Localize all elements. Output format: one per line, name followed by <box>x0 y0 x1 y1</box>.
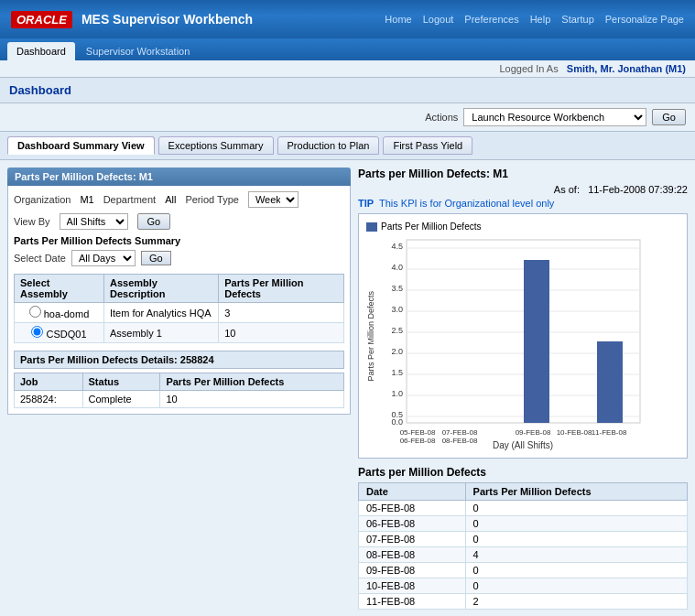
table-row: hoa-domd Item for Analytics HQA 3 <box>15 303 344 323</box>
radio-cell-2[interactable]: CSDQ01 <box>15 323 104 343</box>
page-title: Dashboard <box>0 78 695 103</box>
main-content: Parts Per Million Defects: M1 Organizati… <box>0 160 695 616</box>
table-row: 05-FEB-08 0 <box>359 501 688 516</box>
bottom-table: Date Parts Per Million Defects 05-FEB-08… <box>358 482 688 610</box>
tip-row: TIP This KPI is for Organizational level… <box>358 198 688 209</box>
bottom-table-title: Parts per Million Defects <box>358 466 688 479</box>
left-panel-body: Organization M1 Department All Period Ty… <box>7 186 351 415</box>
assembly-id-2: CSDQ01 <box>46 329 86 340</box>
bottom-defects: 0 <box>465 501 687 516</box>
svg-text:3.5: 3.5 <box>391 284 403 293</box>
table-row: 09-FEB-08 0 <box>359 563 688 578</box>
nav-logout[interactable]: Logout <box>423 14 454 25</box>
table-row: 11-FEB-08 2 <box>359 594 688 610</box>
view-by-label: View By <box>14 216 50 227</box>
sub-tab-production[interactable]: Production to Plan <box>277 136 380 155</box>
legend-box <box>366 222 377 232</box>
logged-in-bar: Logged In As Smith, Mr. Jonathan (M1) <box>0 60 695 78</box>
col-job: Job <box>15 373 83 391</box>
nav-help[interactable]: Help <box>530 14 551 25</box>
svg-text:4.5: 4.5 <box>391 242 403 251</box>
sub-tab-dashboard-summary[interactable]: Dashboard Summary View <box>7 136 155 155</box>
assembly-defects-2: 10 <box>219 323 344 343</box>
tip-text: This KPI is for Organizational level onl… <box>379 198 554 209</box>
chart-container: Parts Per Million Defects Parts Per Mill… <box>358 213 688 459</box>
assembly-desc-2: Assembly 1 <box>103 323 218 343</box>
sub-tab-first-pass[interactable]: First Pass Yield <box>383 136 472 155</box>
col-details-defects: Parts Per Million Defects <box>160 373 344 391</box>
nav-startup[interactable]: Startup <box>561 14 593 25</box>
table-row: 08-FEB-08 4 <box>359 547 688 563</box>
assembly-id-1: hoa-domd <box>44 308 90 319</box>
details-id: 258824 <box>180 354 214 365</box>
bottom-defects: 4 <box>465 547 687 563</box>
summary-title: Parts Per Million Defects Summary <box>14 235 344 246</box>
assembly-table: Select Assembly Assembly Description Par… <box>14 274 344 343</box>
svg-text:1.0: 1.0 <box>391 389 403 398</box>
bottom-date: 07-FEB-08 <box>359 532 466 547</box>
period-label: Period Type <box>185 194 239 205</box>
nav-home[interactable]: Home <box>385 14 411 25</box>
logged-in-user: Smith, Mr. Jonathan (M1) <box>567 63 686 74</box>
details-table: Job Status Parts Per Million Defects 258… <box>14 373 344 408</box>
actions-go-button[interactable]: Go <box>652 109 686 125</box>
radio-assembly-2[interactable] <box>31 326 43 338</box>
chart-wrapper: Parts Per Million Defects 4.5 4.0 3.5 3.… <box>366 235 679 437</box>
legend-label: Parts Per Million Defects <box>381 222 481 232</box>
bottom-defects: 2 <box>465 594 687 610</box>
nav-preferences[interactable]: Preferences <box>464 14 518 25</box>
bottom-date: 06-FEB-08 <box>359 516 466 532</box>
svg-text:0.0: 0.0 <box>391 417 403 427</box>
select-date-select[interactable]: All Days <box>71 250 136 266</box>
svg-text:2.0: 2.0 <box>391 347 403 356</box>
svg-text:10-FEB-08: 10-FEB-08 <box>557 428 592 437</box>
col-select-assembly: Select Assembly <box>15 275 104 303</box>
assembly-desc-1: Item for Analytics HQA <box>103 303 218 323</box>
svg-text:06-FEB-08: 06-FEB-08 <box>400 437 436 445</box>
dept-value: All <box>165 194 176 205</box>
dept-label: Department <box>103 194 156 205</box>
bar-11feb <box>597 341 623 423</box>
date-go-button[interactable]: Go <box>141 251 171 265</box>
header-nav: Home Logout Preferences Help Startup Per… <box>385 14 684 25</box>
left-panel: Parts Per Million Defects: M1 Organizati… <box>7 168 351 610</box>
tip-label: TIP <box>358 198 374 209</box>
svg-text:3.0: 3.0 <box>391 305 403 314</box>
tab-dashboard[interactable]: Dashboard <box>7 42 75 60</box>
logged-in-label: Logged In As <box>499 63 558 74</box>
tab-supervisor-workstation[interactable]: Supervisor Workstation <box>77 42 200 60</box>
filter-go-button[interactable]: Go <box>137 213 171 230</box>
bottom-defects: 0 <box>465 516 687 532</box>
select-date-label: Select Date <box>14 253 66 264</box>
table-row: 258824: Complete 10 <box>15 391 344 408</box>
as-of-value: 11-Feb-2008 07:39:22 <box>588 184 688 195</box>
date-row: Select Date All Days Go <box>14 250 344 266</box>
filter-row: Organization M1 Department All Period Ty… <box>14 191 344 208</box>
sub-tab-exceptions[interactable]: Exceptions Summary <box>158 136 274 155</box>
right-panel: Parts per Million Defects: M1 As of: 11-… <box>358 168 688 610</box>
table-row: 06-FEB-08 0 <box>359 516 688 532</box>
view-by-select[interactable]: All Shifts <box>60 213 128 230</box>
radio-cell-1[interactable]: hoa-domd <box>15 303 104 323</box>
bottom-date: 09-FEB-08 <box>359 563 466 578</box>
detail-status: Complete <box>82 391 160 408</box>
sub-tabs: Dashboard Summary View Exceptions Summar… <box>0 132 695 160</box>
org-value: M1 <box>80 194 93 205</box>
bottom-defects: 0 <box>465 563 687 578</box>
chart-svg: 4.5 4.0 3.5 3.0 2.5 2.0 1.5 1.0 0.5 0.0 <box>377 235 652 437</box>
svg-text:08-FEB-08: 08-FEB-08 <box>442 437 478 445</box>
period-select[interactable]: Week <box>248 191 299 208</box>
actions-select[interactable]: Launch Resource Workbench <box>463 108 646 126</box>
left-panel-title: Parts Per Million Defects: M1 <box>7 168 351 186</box>
bar-09feb <box>524 260 549 423</box>
as-of-label: As of: <box>554 184 580 195</box>
app-title: MES Supervisor Workbench <box>81 12 253 27</box>
radio-assembly-1[interactable] <box>29 306 41 318</box>
nav-personalize[interactable]: Personalize Page <box>605 14 684 25</box>
bottom-date: 11-FEB-08 <box>359 594 466 610</box>
details-title: Parts Per Million Defects Details: 25882… <box>14 351 344 369</box>
table-row: 07-FEB-08 0 <box>359 532 688 547</box>
y-axis-label: Parts Per Million Defects <box>366 291 375 382</box>
col-ppm-defects: Parts Per Million Defects <box>219 275 344 303</box>
bottom-date: 08-FEB-08 <box>359 547 466 563</box>
